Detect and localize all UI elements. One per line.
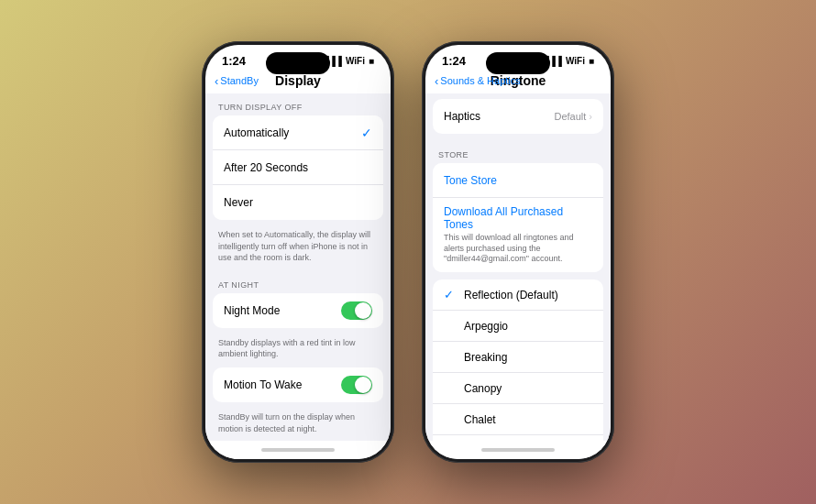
back-chevron-right: ‹ [435, 74, 438, 88]
chalet-label: Chalet [464, 413, 592, 426]
option-20sec-label: After 20 Seconds [224, 161, 372, 174]
section-at-night: AT NIGHT [205, 271, 391, 293]
wifi-icon-right: WiFi [566, 56, 585, 66]
motion-wake-group: Motion To Wake [213, 367, 383, 402]
status-icons-left: ▐▐▐ WiFi ■ [323, 56, 374, 66]
back-button-left[interactable]: ‹ StandBy [215, 74, 259, 88]
ringtones-group: ✓ Reflection (Default) ✓ Arpeggio ✓ Brea… [433, 279, 603, 441]
back-label-right: Sounds & Haptics [440, 75, 520, 86]
arpeggio-label: Arpeggio [464, 320, 592, 333]
night-mode-group: Night Mode [213, 293, 383, 328]
battery-icon: ■ [369, 56, 374, 66]
auto-description: When set to Automatically, the display w… [205, 227, 391, 271]
canopy-label: Canopy [464, 382, 592, 395]
phone-left: 1:24 ▐▐▐ WiFi ■ ‹ StandBy Display TURN D… [202, 41, 394, 463]
nav-title-left: Display [275, 73, 321, 88]
time-right: 1:24 [442, 54, 466, 68]
wifi-icon: WiFi [346, 56, 365, 66]
tone-store-item[interactable]: Tone Store [433, 163, 603, 198]
download-tones-label: Download All Purchased Tones [444, 205, 592, 231]
reflection-label: Reflection (Default) [464, 289, 592, 301]
section-store: STORE [425, 141, 611, 163]
phone-right: 1:24 ▐▐▐ WiFi ■ ‹ Sounds & Haptics Ringt… [422, 41, 614, 463]
night-mode-item: Night Mode [213, 293, 383, 328]
back-button-right[interactable]: ‹ Sounds & Haptics [435, 74, 521, 88]
ringtone-arpeggio[interactable]: ✓ Arpeggio [433, 311, 603, 342]
motion-wake-toggle[interactable] [341, 376, 372, 394]
night-mode-toggle[interactable] [341, 301, 372, 320]
download-description: This will download all ringtones and ale… [444, 233, 592, 265]
option-automatically[interactable]: Automatically ✓ [213, 115, 383, 150]
ringtone-canopy[interactable]: ✓ Canopy [433, 373, 603, 404]
haptics-group: Haptics Default › [433, 99, 603, 134]
tone-store-label: Tone Store [444, 174, 497, 187]
motion-wake-item: Motion To Wake [213, 367, 383, 402]
section-turn-off: TURN DISPLAY OFF [205, 93, 391, 115]
back-chevron-left: ‹ [215, 74, 218, 88]
ringtone-content: Haptics Default › STORE Tone Store Downl… [425, 93, 611, 441]
haptics-value: Default › [554, 111, 592, 122]
back-label-left: StandBy [220, 75, 259, 86]
status-icons-right: ▐▐▐ WiFi ■ [543, 56, 594, 66]
toggle-knob-night [355, 302, 371, 319]
home-bar-right [481, 448, 555, 452]
reflection-check: ✓ [444, 288, 457, 301]
ringtone-chalet[interactable]: ✓ Chalet [433, 404, 603, 435]
haptics-label: Haptics [444, 110, 554, 123]
display-options-group: Automatically ✓ After 20 Seconds Never [213, 115, 383, 220]
option-never[interactable]: Never [213, 185, 383, 220]
home-indicator-right [425, 441, 611, 459]
option-automatically-label: Automatically [224, 126, 361, 139]
option-20sec[interactable]: After 20 Seconds [213, 150, 383, 185]
night-mode-label: Night Mode [224, 304, 341, 317]
home-bar-left [261, 448, 335, 452]
motion-wake-description: StandBy will turn on the display when mo… [205, 410, 391, 441]
ringtone-reflection[interactable]: ✓ Reflection (Default) [433, 279, 603, 311]
ringtone-breaking[interactable]: ✓ Breaking [433, 342, 603, 373]
status-bar-right: 1:24 ▐▐▐ WiFi ■ [425, 45, 611, 71]
option-never-label: Never [224, 196, 372, 209]
arpeggio-check: ✓ [444, 319, 457, 333]
haptics-item[interactable]: Haptics Default › [433, 99, 603, 134]
home-indicator-left [205, 441, 391, 459]
battery-icon-right: ■ [589, 56, 594, 66]
time-left: 1:24 [222, 54, 246, 68]
settings-content-left: TURN DISPLAY OFF Automatically ✓ After 2… [205, 93, 391, 441]
haptics-chevron: › [589, 111, 592, 122]
night-mode-description: Standby displays with a red tint in low … [205, 335, 391, 367]
toggle-knob-motion [355, 377, 371, 393]
status-bar-left: 1:24 ▐▐▐ WiFi ■ [205, 45, 391, 71]
store-group: Tone Store Download All Purchased Tones … [433, 163, 603, 272]
nav-bar-right: ‹ Sounds & Haptics Ringtone [425, 71, 611, 93]
download-tones-item[interactable]: Download All Purchased Tones This will d… [433, 198, 603, 272]
nav-bar-left: ‹ StandBy Display [205, 71, 391, 93]
option-automatically-check: ✓ [361, 126, 372, 140]
motion-wake-label: Motion To Wake [224, 378, 341, 391]
breaking-label: Breaking [464, 351, 592, 364]
